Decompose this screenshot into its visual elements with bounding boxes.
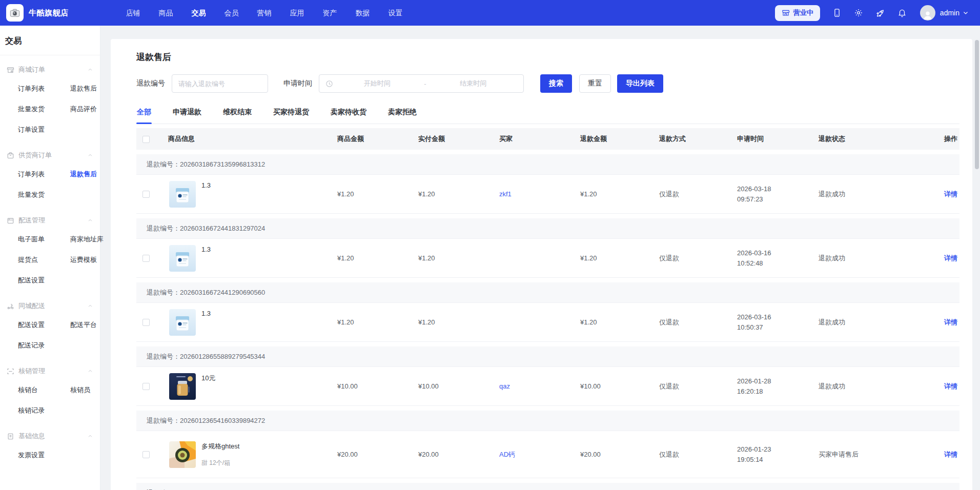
- row-checkbox[interactable]: [142, 191, 150, 198]
- sidebar-item-refund-aftersale[interactable]: 退款售后: [70, 78, 100, 99]
- sidebar-item-address-lib[interactable]: 商家地址库: [70, 229, 104, 250]
- nav-goods[interactable]: 商品: [159, 0, 173, 26]
- refund-status: 退款成功: [813, 254, 911, 263]
- sidebar-item-eorder[interactable]: 电子面单: [18, 229, 70, 250]
- refund-no-input[interactable]: [172, 74, 268, 93]
- row-checkbox[interactable]: [142, 451, 150, 458]
- goods-amount: ¥1.20: [332, 190, 413, 198]
- product-info: 1.3: [163, 176, 332, 212]
- product-image: [169, 441, 196, 468]
- business-status-badge[interactable]: 营业中: [775, 5, 820, 21]
- tab-all[interactable]: 全部: [136, 103, 152, 124]
- tab-buyer-to-return[interactable]: 买家待退货: [273, 103, 310, 124]
- refund-status: 退款成功: [813, 190, 911, 199]
- table-row: 1.3 ¥1.20 ¥1.20 ¥1.20 仅退款 2026-03-16 10:…: [136, 239, 959, 278]
- gear-icon[interactable]: [854, 8, 863, 17]
- bell-icon[interactable]: [897, 8, 907, 17]
- tab-apply-refund[interactable]: 申请退款: [172, 103, 202, 124]
- buyer-link[interactable]: qaz: [499, 382, 510, 390]
- vertical-scrollbar[interactable]: [975, 28, 979, 488]
- sidebar-item-pickup-point[interactable]: 提货点: [18, 250, 70, 270]
- buyer-link[interactable]: AD钙: [499, 451, 515, 458]
- sidebar-section-basic-info: 基础信息 发票设置: [0, 430, 100, 466]
- sidebar-item-city-delivery-settings[interactable]: 配送设置: [18, 315, 70, 335]
- detail-link[interactable]: 详情: [944, 318, 957, 326]
- tab-seller-to-receive[interactable]: 卖家待收货: [330, 103, 367, 124]
- row-checkbox[interactable]: [142, 383, 150, 390]
- buyer-link[interactable]: zkf1: [499, 190, 512, 198]
- section-header[interactable]: 核销管理: [0, 364, 100, 378]
- col-action: 操作: [911, 134, 959, 144]
- sidebar-item-city-delivery-platform[interactable]: 配送平台: [70, 315, 100, 335]
- storefront-icon: [782, 9, 790, 17]
- nav-assets[interactable]: 资产: [323, 0, 337, 26]
- nav-marketing[interactable]: 营销: [257, 0, 272, 26]
- export-list-button[interactable]: 导出列表: [617, 74, 663, 93]
- refund-status: 退款成功: [813, 318, 911, 327]
- topbar-right: 营业中: [775, 5, 969, 21]
- sidebar-title: 交易: [5, 36, 94, 47]
- row-checkbox[interactable]: [142, 319, 150, 326]
- apply-time: 2026-03-16 10:50:37: [732, 312, 813, 333]
- scrollbar-thumb[interactable]: [975, 40, 979, 169]
- chevron-down-icon[interactable]: [963, 10, 969, 16]
- sidebar-item-batch-ship[interactable]: 批量发货: [18, 99, 70, 119]
- rocket-icon[interactable]: [875, 8, 885, 18]
- nav-settings[interactable]: 设置: [389, 0, 403, 26]
- refund-status: 退款成功: [813, 382, 911, 391]
- col-goods-amount: 商品金额: [332, 134, 413, 144]
- nav-trade[interactable]: 交易: [192, 0, 206, 26]
- supplier-icon: [7, 152, 14, 159]
- sidebar: 交易 商城订单 订单列表 退款售后 批量发货 商品评价 订单设置: [0, 26, 100, 490]
- nav-shop[interactable]: 店铺: [126, 0, 140, 26]
- sidebar-item-supplier-refund-aftersale[interactable]: 退款售后: [70, 164, 100, 185]
- detail-link[interactable]: 详情: [944, 254, 957, 262]
- nav-member[interactable]: 会员: [224, 0, 239, 26]
- username[interactable]: admin: [940, 9, 959, 17]
- tab-seller-rejected[interactable]: 卖家拒绝: [387, 103, 417, 124]
- sidebar-item-supplier-batch-ship[interactable]: 批量发货: [18, 185, 70, 205]
- section-header[interactable]: 同城配送: [0, 299, 100, 313]
- refund-no-value: 20260123654160339894272: [180, 417, 265, 424]
- goods-amount: ¥1.20: [332, 318, 413, 326]
- clock-icon: [325, 80, 333, 88]
- section-header[interactable]: 供货商订单: [0, 149, 100, 162]
- search-button[interactable]: 搜索: [540, 74, 572, 93]
- section-header[interactable]: 配送管理: [0, 214, 100, 227]
- refund-no-value: 20260318673135996813312: [180, 160, 265, 168]
- detail-link[interactable]: 详情: [944, 451, 957, 458]
- sidebar-item-delivery-settings[interactable]: 配送设置: [18, 270, 70, 291]
- select-all-checkbox[interactable]: [142, 136, 150, 143]
- section-header[interactable]: 商城订单: [0, 63, 100, 76]
- mobile-preview-icon[interactable]: [832, 8, 842, 17]
- reset-button[interactable]: 重置: [579, 74, 611, 93]
- sidebar-item-order-list[interactable]: 订单列表: [18, 78, 70, 99]
- sidebar-item-supplier-order-list[interactable]: 订单列表: [18, 164, 70, 185]
- sidebar-item-verify-staff[interactable]: 核销员: [70, 380, 100, 400]
- refund-no-value: 20260316672441290690560: [180, 289, 265, 296]
- section-header[interactable]: 基础信息: [0, 430, 100, 443]
- sidebar-item-verify-station[interactable]: 核销台: [18, 380, 70, 400]
- sidebar-item-city-delivery-records[interactable]: 配送记录: [18, 335, 70, 356]
- sidebar-item-order-settings[interactable]: 订单设置: [18, 119, 70, 140]
- col-buyer: 买家: [494, 134, 575, 144]
- status-tabs: 全部 申请退款 维权结束 买家待退货 卖家待收货 卖家拒绝: [136, 103, 959, 124]
- sidebar-item-verify-records[interactable]: 核销记录: [18, 400, 70, 421]
- sidebar-item-invoice-settings[interactable]: 发票设置: [18, 445, 70, 465]
- tab-rights-ended[interactable]: 维权结束: [222, 103, 252, 124]
- avatar[interactable]: [920, 5, 935, 21]
- sidebar-item-goods-review[interactable]: 商品评价: [70, 99, 100, 119]
- sidebar-item-freight-template[interactable]: 运费模板: [70, 250, 104, 270]
- refund-status: 买家申请售后: [813, 450, 911, 459]
- verify-icon: [7, 368, 14, 375]
- date-range-picker[interactable]: 开始时间 - 结束时间: [319, 74, 524, 93]
- refund-no-bar: 退款编号： 20260316672441290690560: [136, 282, 959, 303]
- detail-link[interactable]: 详情: [944, 190, 957, 198]
- sidebar-section-delivery: 配送管理 电子面单 商家地址库 提货点 运费模板 配送设置: [0, 214, 100, 292]
- product-name: 1.3: [201, 181, 211, 189]
- row-checkbox[interactable]: [142, 255, 150, 262]
- nav-data[interactable]: 数据: [356, 0, 370, 26]
- detail-link[interactable]: 详情: [944, 382, 957, 390]
- nav-apps[interactable]: 应用: [290, 0, 304, 26]
- refund-no-bar: 退款编号： 20260123654160339894272: [136, 411, 959, 431]
